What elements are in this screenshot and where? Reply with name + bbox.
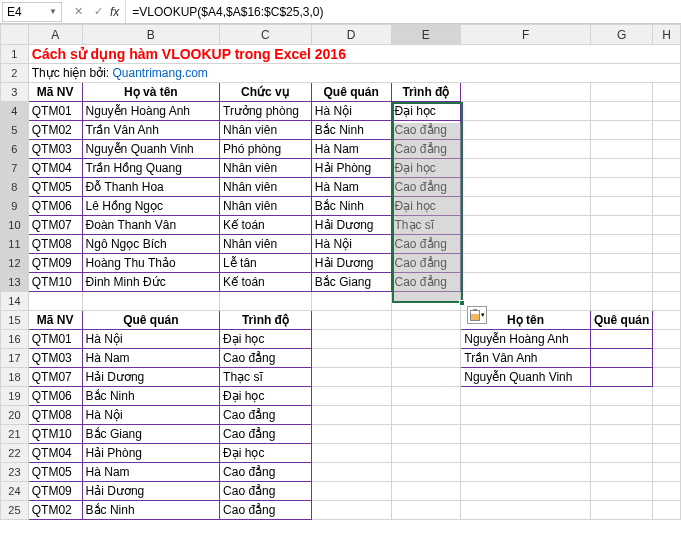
cell[interactable]: Bắc Ninh: [82, 387, 219, 406]
cell[interactable]: [653, 83, 681, 102]
cell[interactable]: Hà Nội: [311, 235, 391, 254]
row-header[interactable]: 1: [1, 45, 29, 64]
cell[interactable]: Hải Dương: [82, 368, 219, 387]
cell[interactable]: Quê quán: [82, 311, 219, 330]
cell[interactable]: [461, 121, 591, 140]
cell[interactable]: Mã NV: [28, 311, 82, 330]
cell[interactable]: Đại học: [220, 444, 312, 463]
cell[interactable]: [391, 444, 461, 463]
cell[interactable]: QTM01: [28, 330, 82, 349]
cell[interactable]: Thạc sĩ: [220, 368, 312, 387]
cell[interactable]: Bắc Giang: [311, 273, 391, 292]
cell[interactable]: [391, 463, 461, 482]
cell[interactable]: [653, 140, 681, 159]
cell[interactable]: Cao đẳng: [391, 254, 461, 273]
cell[interactable]: [311, 463, 391, 482]
row-header[interactable]: 5: [1, 121, 29, 140]
cell[interactable]: [653, 349, 681, 368]
cell[interactable]: Ngô Ngọc Bích: [82, 235, 219, 254]
cell[interactable]: [391, 425, 461, 444]
title-cell[interactable]: Cách sử dụng hàm VLOOKUP trong Excel 201…: [28, 45, 680, 64]
row-header[interactable]: 3: [1, 83, 29, 102]
cell[interactable]: QTM03: [28, 349, 82, 368]
cell[interactable]: [461, 444, 591, 463]
cell[interactable]: [220, 292, 312, 311]
cell[interactable]: [311, 330, 391, 349]
cell[interactable]: [653, 463, 681, 482]
cell[interactable]: Cao đẳng: [220, 349, 312, 368]
cell[interactable]: [653, 387, 681, 406]
cell[interactable]: [590, 140, 652, 159]
cell[interactable]: Cao đẳng: [220, 482, 312, 501]
row-header[interactable]: 18: [1, 368, 29, 387]
cell[interactable]: Nguyễn Quanh Vinh: [461, 368, 591, 387]
row-header[interactable]: 8: [1, 178, 29, 197]
cell[interactable]: [590, 102, 652, 121]
cell[interactable]: Cao đẳng: [220, 406, 312, 425]
cell[interactable]: Hà Nam: [311, 178, 391, 197]
cell[interactable]: QTM04: [28, 444, 82, 463]
cell[interactable]: Mã NV: [28, 83, 82, 102]
cell[interactable]: Lễ tân: [220, 254, 312, 273]
col-header-d[interactable]: D: [311, 25, 391, 45]
cell[interactable]: Hà Nội: [311, 102, 391, 121]
row-header[interactable]: 21: [1, 425, 29, 444]
cell[interactable]: Cao đẳng: [391, 121, 461, 140]
col-header-c[interactable]: C: [220, 25, 312, 45]
cell[interactable]: Nhân viên: [220, 235, 312, 254]
cell[interactable]: Đại học: [391, 102, 461, 121]
cell[interactable]: [653, 159, 681, 178]
cell[interactable]: Bắc Giang: [82, 425, 219, 444]
cell[interactable]: Hà Nam: [82, 463, 219, 482]
cell[interactable]: Hải Dương: [311, 216, 391, 235]
cell[interactable]: [311, 482, 391, 501]
cell[interactable]: [590, 387, 652, 406]
cell[interactable]: [590, 482, 652, 501]
cell[interactable]: Cao đẳng: [220, 501, 312, 520]
cell[interactable]: [590, 444, 652, 463]
cell[interactable]: Đại học: [220, 330, 312, 349]
cell[interactable]: QTM08: [28, 406, 82, 425]
formula-input[interactable]: =VLOOKUP($A4,$A$16:$C$25,3,0): [125, 0, 681, 23]
cell[interactable]: Hà Nội: [82, 330, 219, 349]
row-header[interactable]: 16: [1, 330, 29, 349]
row-header[interactable]: 14: [1, 292, 29, 311]
cell[interactable]: Bắc Ninh: [82, 501, 219, 520]
col-header-h[interactable]: H: [653, 25, 681, 45]
cell[interactable]: Kế toán: [220, 216, 312, 235]
cell[interactable]: [653, 501, 681, 520]
cell[interactable]: [590, 368, 652, 387]
cell[interactable]: [653, 311, 681, 330]
cell[interactable]: Hoàng Thu Thảo: [82, 254, 219, 273]
col-header-f[interactable]: F: [461, 25, 591, 45]
cell[interactable]: Hải Dương: [311, 254, 391, 273]
cell[interactable]: Trần Vân Anh: [82, 121, 219, 140]
cell[interactable]: QTM05: [28, 178, 82, 197]
cell[interactable]: Quê quán: [311, 83, 391, 102]
cell[interactable]: [391, 311, 461, 330]
fx-icon[interactable]: fx: [110, 5, 119, 19]
cell[interactable]: [391, 330, 461, 349]
cell[interactable]: [28, 292, 82, 311]
cell[interactable]: [461, 463, 591, 482]
row-header[interactable]: 13: [1, 273, 29, 292]
cell[interactable]: Phó phòng: [220, 140, 312, 159]
row-header[interactable]: 15: [1, 311, 29, 330]
cell[interactable]: [461, 140, 591, 159]
cell[interactable]: [653, 102, 681, 121]
cell[interactable]: [461, 178, 591, 197]
row-header[interactable]: 10: [1, 216, 29, 235]
cell[interactable]: [461, 102, 591, 121]
cell[interactable]: [391, 368, 461, 387]
cell[interactable]: [461, 216, 591, 235]
row-header[interactable]: 11: [1, 235, 29, 254]
row-header[interactable]: 9: [1, 197, 29, 216]
cell[interactable]: Bắc Ninh: [311, 121, 391, 140]
cell[interactable]: Hải Phòng: [311, 159, 391, 178]
cell[interactable]: [461, 482, 591, 501]
cell[interactable]: Trần Vân Anh: [461, 349, 591, 368]
row-header[interactable]: 24: [1, 482, 29, 501]
credit-cell[interactable]: Thực hiện bởi: Quantrimang.com: [28, 64, 680, 83]
cell[interactable]: Hà Nội: [82, 406, 219, 425]
cell[interactable]: QTM07: [28, 368, 82, 387]
